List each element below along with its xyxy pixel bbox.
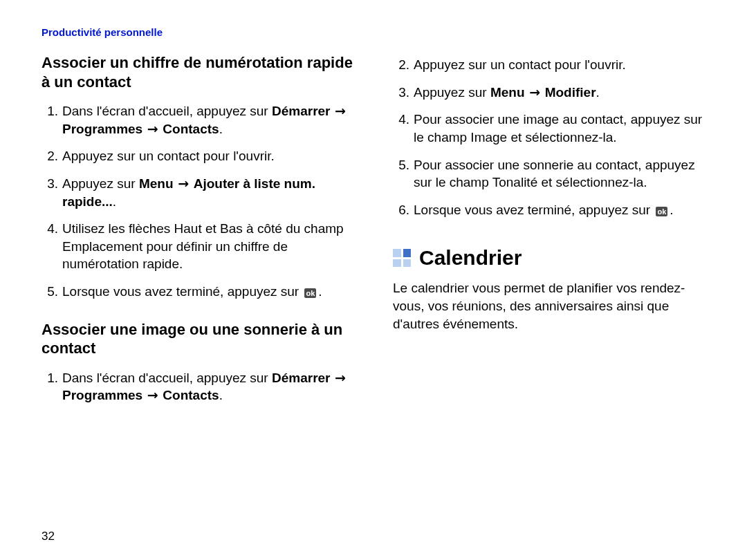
step-text: Pour associer une image au contact, appu… (414, 111, 711, 146)
grid-icon (393, 249, 411, 267)
menu-path: Contacts (163, 122, 219, 136)
step-number: 4. (393, 111, 409, 146)
arrow-icon: → (174, 176, 194, 191)
step-number: 2. (42, 147, 58, 165)
steps-image-ringtone: 1. Dans l'écran d'accueil, appuyez sur D… (42, 369, 360, 404)
heading-image-ringtone: Associer une image ou une sonnerie à un … (42, 320, 360, 358)
menu-path: Contacts (163, 388, 219, 402)
arrow-icon: → (142, 121, 163, 136)
step-number: 4. (42, 220, 58, 273)
menu-path: Démarrer (272, 104, 331, 118)
column-left: Associer un chiffre de numérotation rapi… (42, 53, 360, 424)
step-number: 2. (393, 56, 409, 74)
step-text: Pour associer une sonnerie au contact, a… (414, 156, 711, 192)
step-item: 2. Appuyez sur un contact pour l'ouvrir. (42, 147, 360, 165)
steps-speed-dial: 1. Dans l'écran d'accueil, appuyez sur D… (42, 102, 360, 301)
two-columns: Associer un chiffre de numérotation rapi… (42, 53, 712, 424)
step-number: 1. (42, 369, 58, 404)
step-item: 3. Appuyez sur Menu → Ajouter à liste nu… (42, 175, 360, 210)
step-text: . (318, 284, 322, 299)
column-right: 2. Appuyez sur un contact pour l'ouvrir.… (393, 53, 711, 424)
section-title-text: Calendrier (419, 246, 522, 270)
menu-path: Programmes (62, 388, 142, 402)
step-item: 5. Pour associer une sonnerie au contact… (393, 156, 711, 192)
step-text: Appuyez sur un contact pour l'ouvrir. (62, 147, 275, 165)
step-number: 3. (42, 175, 58, 210)
step-text: Appuyez sur (62, 176, 139, 191)
step-text: Dans l'écran d'accueil, appuyez sur (62, 371, 272, 385)
ok-icon: ok (656, 207, 667, 216)
menu-path: Démarrer (272, 371, 331, 385)
step-text: . (113, 194, 116, 209)
step-number: 5. (393, 156, 409, 192)
step-text: Lorsque vous avez terminé, appuyez sur (62, 284, 302, 299)
step-text: Dans l'écran d'accueil, appuyez sur (62, 104, 272, 118)
page-number: 32 (42, 530, 55, 543)
arrow-icon: → (330, 370, 346, 385)
arrow-icon: → (525, 84, 545, 100)
step-text: . (219, 388, 223, 402)
heading-speed-dial: Associer un chiffre de numérotation rapi… (42, 53, 360, 91)
step-item: 5. Lorsque vous avez terminé, appuyez su… (42, 283, 360, 301)
step-number: 5. (42, 283, 58, 301)
step-item: 2. Appuyez sur un contact pour l'ouvrir. (393, 56, 711, 74)
step-text: Lorsque vous avez terminé, appuyez sur (414, 203, 654, 217)
step-number: 1. (42, 102, 58, 138)
step-text: . (670, 203, 673, 217)
step-item: 6. Lorsque vous avez terminé, appuyez su… (393, 201, 711, 219)
steps-image-ringtone-cont: 2. Appuyez sur un contact pour l'ouvrir.… (393, 56, 711, 218)
menu-path: Menu (139, 176, 174, 191)
section-heading-calendar: Calendrier (393, 246, 711, 270)
arrow-icon: → (142, 387, 163, 402)
section-intro: Le calendrier vous permet de planifier v… (393, 279, 711, 333)
running-head: Productivité personnelle (42, 26, 712, 38)
step-text: Utilisez les flèches Haut et Bas à côté … (62, 220, 360, 273)
step-text: . (219, 122, 223, 136)
step-item: 1. Dans l'écran d'accueil, appuyez sur D… (42, 369, 360, 404)
ok-icon: ok (304, 288, 316, 298)
menu-path: Modifier (545, 85, 596, 100)
step-text: . (596, 85, 600, 100)
arrow-icon: → (330, 103, 346, 118)
step-item: 4. Pour associer une image au contact, a… (393, 111, 711, 146)
step-item: 3. Appuyez sur Menu → Modifier. (393, 84, 711, 102)
step-number: 3. (393, 84, 409, 102)
step-item: 1. Dans l'écran d'accueil, appuyez sur D… (42, 102, 360, 138)
step-item: 4. Utilisez les flèches Haut et Bas à cô… (42, 220, 360, 273)
manual-page: Productivité personnelle Associer un chi… (0, 0, 747, 560)
menu-path: Menu (490, 85, 525, 100)
step-text: Appuyez sur (414, 85, 490, 100)
step-text: Appuyez sur un contact pour l'ouvrir. (414, 56, 626, 74)
menu-path: Programmes (62, 122, 142, 136)
step-number: 6. (393, 201, 409, 219)
